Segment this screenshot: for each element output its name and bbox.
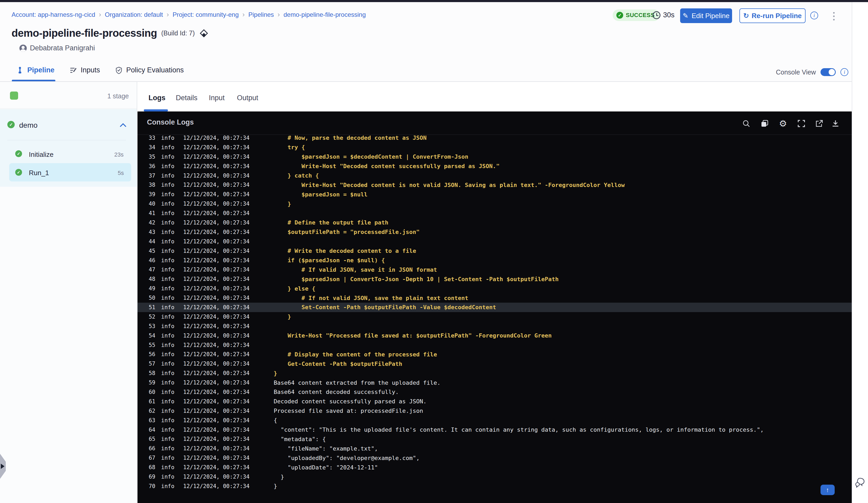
tab-output[interactable]: Output — [237, 94, 258, 102]
log-level: info — [161, 172, 177, 179]
log-row-53: 53info12/12/2024, 00:27:34 — [137, 322, 852, 331]
log-message: Write-Host "Decoded content successfully… — [274, 163, 499, 169]
log-level: info — [161, 370, 177, 376]
breadcrumb-pipeline-name[interactable]: demo-pipeline-file-processing — [283, 11, 366, 18]
browser-top-strip — [0, 0, 868, 2]
log-message: Write-Host "Decoded content is not valid… — [274, 182, 625, 188]
log-row-45: 45info12/12/2024, 00:27:34 # Write the d… — [137, 246, 852, 256]
log-timestamp: 12/12/2024, 00:27:34 — [183, 257, 254, 264]
log-line-number: 64 — [146, 427, 155, 433]
log-message: $outputFilePath = "processedFile.json" — [274, 229, 420, 235]
copy-icon[interactable] — [760, 119, 769, 128]
page-header: Account: app-harness-ng-cicd›Organizatio… — [0, 2, 868, 82]
more-options-button[interactable] — [829, 10, 839, 22]
tab-inputs-label: Inputs — [81, 66, 100, 74]
open-in-new-icon[interactable] — [815, 119, 824, 128]
settings-gear-icon[interactable]: ⚙ — [778, 119, 788, 128]
console-logs-title: Console Logs — [147, 118, 194, 126]
log-row-68: 68info12/12/2024, 00:27:34 "uploadDate":… — [137, 463, 852, 472]
breadcrumb-separator: › — [167, 10, 169, 18]
log-level: info — [161, 427, 177, 433]
build-id-label: (Build Id: 7) — [161, 29, 195, 37]
support-chat-icon[interactable] — [854, 477, 866, 488]
download-icon[interactable] — [831, 119, 840, 128]
step-success-icon: ✓ — [15, 150, 22, 157]
expand-arrow-icon — [1, 464, 4, 469]
log-row-67: 67info12/12/2024, 00:27:34 "uploadedBy":… — [137, 453, 852, 463]
log-timestamp: 12/12/2024, 00:27:34 — [183, 210, 254, 216]
info-icon[interactable]: i — [810, 12, 818, 19]
log-line-number: 39 — [146, 191, 155, 198]
log-timestamp: 12/12/2024, 00:27:34 — [183, 248, 254, 254]
execution-sidebar: 1 stage ✓ demo ✓ Initialize 23s ✓ Run_1 … — [0, 82, 137, 503]
step-row-run-1-selected[interactable]: ✓ Run_1 5s — [9, 163, 131, 181]
log-message: "fileName": "example.txt", — [274, 445, 378, 452]
log-message: } — [274, 313, 291, 320]
log-level: info — [161, 389, 177, 395]
log-level: info — [161, 144, 177, 150]
log-message: # Display the content of the processed f… — [274, 351, 437, 358]
log-line-number: 62 — [146, 408, 155, 414]
log-row-43: 43info12/12/2024, 00:27:34 $outputFilePa… — [137, 227, 852, 237]
breadcrumb-pipelines[interactable]: Pipelines — [248, 11, 274, 18]
log-level: info — [161, 408, 177, 414]
log-timestamp: 12/12/2024, 00:27:34 — [183, 389, 254, 395]
edit-pipeline-button[interactable]: ✎ Edit Pipeline — [680, 8, 732, 23]
rerun-pipeline-button[interactable]: ↻ Re-run Pipeline — [740, 8, 806, 23]
log-line-number: 44 — [146, 238, 155, 245]
log-message: "content": "This is the uploaded file's … — [274, 427, 764, 433]
log-timestamp: 12/12/2024, 00:27:34 — [183, 398, 254, 405]
divider — [7, 140, 126, 140]
log-message: } else { — [274, 285, 316, 292]
log-row-44: 44info12/12/2024, 00:27:34 — [137, 237, 852, 246]
log-level: info — [161, 445, 177, 452]
log-timestamp: 12/12/2024, 00:27:34 — [183, 436, 254, 442]
breadcrumb-account[interactable]: Account: app-harness-ng-cicd — [12, 11, 95, 18]
log-level: info — [161, 379, 177, 386]
help-rail — [852, 2, 868, 503]
log-line-number: 51 — [146, 304, 155, 311]
log-line-number: 55 — [146, 342, 155, 348]
tab-logs[interactable]: Logs — [148, 94, 166, 102]
log-timestamp: 12/12/2024, 00:27:34 — [183, 333, 254, 339]
log-row-52: 52info12/12/2024, 00:27:34 } — [137, 312, 852, 322]
log-message: # Write the decoded content to a file — [274, 248, 416, 254]
fullscreen-icon[interactable] — [797, 119, 806, 128]
tab-pipeline[interactable]: Pipeline — [16, 66, 54, 74]
log-row-54: 54info12/12/2024, 00:27:34 Write-Host "P… — [137, 331, 852, 340]
stage-row-demo[interactable]: ✓ demo — [0, 117, 137, 133]
log-message: $parsedJson = $null — [274, 191, 368, 198]
log-timestamp: 12/12/2024, 00:27:34 — [183, 314, 254, 320]
console-view-toggle[interactable] — [820, 68, 836, 76]
step-duration: 5s — [118, 170, 124, 177]
chevron-up-icon[interactable] — [120, 123, 126, 127]
tab-input[interactable]: Input — [209, 94, 225, 102]
log-timestamp: 12/12/2024, 00:27:34 — [183, 464, 254, 471]
log-timestamp: 12/12/2024, 00:27:34 — [183, 154, 254, 160]
search-icon[interactable] — [742, 119, 751, 128]
breadcrumb-project[interactable]: Project: community-eng — [173, 11, 239, 18]
log-timestamp: 12/12/2024, 00:27:34 — [183, 238, 254, 245]
log-message: Set-Content -Path $outputFilePath -Value… — [274, 304, 496, 311]
log-timestamp: 12/12/2024, 00:27:34 — [183, 360, 254, 367]
tab-details[interactable]: Details — [176, 94, 198, 102]
log-line-number: 42 — [146, 220, 155, 226]
log-row-57: 57info12/12/2024, 00:27:34 Get-Content -… — [137, 359, 852, 368]
step-row-initialize[interactable]: ✓ Initialize 23s — [0, 146, 137, 161]
pencil-icon: ✎ — [683, 12, 689, 19]
log-row-55: 55info12/12/2024, 00:27:34 — [137, 340, 852, 350]
log-timestamp: 12/12/2024, 00:27:34 — [183, 483, 254, 489]
breadcrumb-organization[interactable]: Organization: default — [105, 11, 163, 18]
log-message: } — [274, 370, 277, 377]
log-timestamp: 12/12/2024, 00:27:34 — [183, 191, 254, 198]
tab-policy-evaluations[interactable]: Policy Evaluations — [115, 66, 184, 74]
log-timestamp: 12/12/2024, 00:27:34 — [183, 172, 254, 179]
pipeline-nav-tabs: Pipeline Inputs Policy Evaluations — [16, 66, 184, 74]
log-timestamp: 12/12/2024, 00:27:34 — [183, 445, 254, 452]
log-line-number: 68 — [146, 464, 155, 471]
log-row-49: 49info12/12/2024, 00:27:34 } else { — [137, 284, 852, 293]
tab-inputs[interactable]: Inputs — [70, 66, 100, 74]
log-line-number: 54 — [146, 333, 155, 339]
console-view-info-icon[interactable]: i — [840, 68, 848, 76]
scroll-to-top-button[interactable]: ↑ — [820, 485, 835, 495]
